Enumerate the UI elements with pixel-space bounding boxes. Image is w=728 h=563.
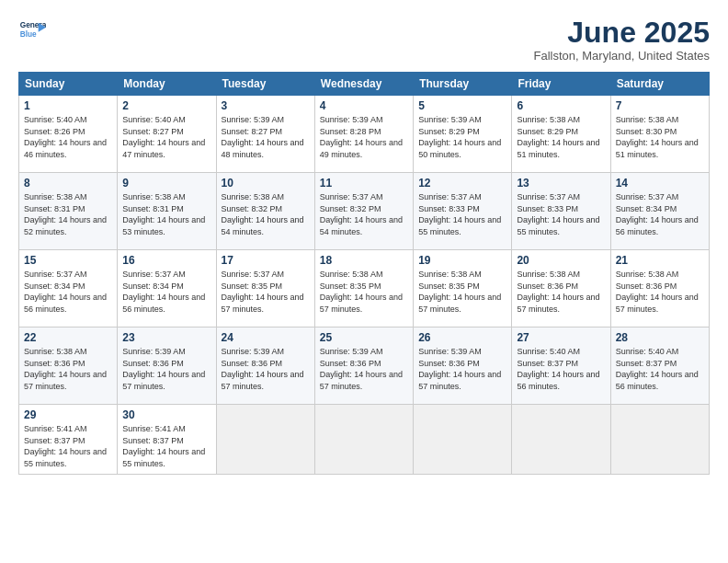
day-number: 21 [616,254,704,267]
day-number: 1 [24,99,112,112]
calendar-header-row: SundayMondayTuesdayWednesdayThursdayFrid… [19,73,710,96]
calendar-cell: 21Sunrise: 5:38 AMSunset: 8:36 PMDayligh… [610,250,709,327]
calendar-cell: 15Sunrise: 5:37 AMSunset: 8:34 PMDayligh… [19,250,118,327]
day-number: 22 [24,331,112,344]
calendar-cell: 23Sunrise: 5:39 AMSunset: 8:36 PMDayligh… [118,327,216,405]
calendar-cell: 8Sunrise: 5:38 AMSunset: 8:31 PMDaylight… [19,173,118,250]
day-info: Sunrise: 5:40 AMSunset: 8:37 PMDaylight:… [517,346,605,392]
day-number: 12 [418,177,506,190]
day-number: 13 [517,177,605,190]
day-info: Sunrise: 5:38 AMSunset: 8:31 PMDaylight:… [122,191,210,237]
calendar-cell: 10Sunrise: 5:38 AMSunset: 8:32 PMDayligh… [216,173,314,250]
calendar-cell: 7Sunrise: 5:38 AMSunset: 8:30 PMDaylight… [610,96,709,173]
calendar-cell: 5Sunrise: 5:39 AMSunset: 8:29 PMDaylight… [414,96,512,173]
calendar-cell: 28Sunrise: 5:40 AMSunset: 8:37 PMDayligh… [610,327,709,405]
calendar-cell: 9Sunrise: 5:38 AMSunset: 8:31 PMDaylight… [118,173,216,250]
day-number: 28 [616,331,704,344]
calendar-cell [610,405,709,474]
day-info: Sunrise: 5:39 AMSunset: 8:36 PMDaylight:… [222,346,310,392]
calendar-week-2: 8Sunrise: 5:38 AMSunset: 8:31 PMDaylight… [19,173,710,250]
day-info: Sunrise: 5:39 AMSunset: 8:28 PMDaylight:… [320,114,408,160]
day-info: Sunrise: 5:41 AMSunset: 8:37 PMDaylight:… [122,423,210,469]
calendar-cell [314,405,413,474]
day-number: 15 [24,254,112,267]
day-info: Sunrise: 5:40 AMSunset: 8:26 PMDaylight:… [24,114,112,160]
day-info: Sunrise: 5:40 AMSunset: 8:37 PMDaylight:… [616,346,704,392]
header: General Blue June 2025 Fallston, Marylan… [18,17,710,63]
calendar-week-5: 29Sunrise: 5:41 AMSunset: 8:37 PMDayligh… [19,405,710,474]
calendar-cell: 13Sunrise: 5:37 AMSunset: 8:33 PMDayligh… [512,173,610,250]
calendar-cell: 25Sunrise: 5:39 AMSunset: 8:36 PMDayligh… [314,327,413,405]
svg-text:Blue: Blue [20,29,37,39]
calendar-cell: 4Sunrise: 5:39 AMSunset: 8:28 PMDaylight… [314,96,413,173]
calendar-cell: 30Sunrise: 5:41 AMSunset: 8:37 PMDayligh… [118,405,216,474]
day-info: Sunrise: 5:38 AMSunset: 8:29 PMDaylight:… [517,114,605,160]
day-info: Sunrise: 5:37 AMSunset: 8:32 PMDaylight:… [320,191,408,237]
day-number: 5 [418,99,506,112]
calendar-header-thursday: Thursday [414,73,512,96]
calendar-header-tuesday: Tuesday [216,73,314,96]
calendar-cell: 14Sunrise: 5:37 AMSunset: 8:34 PMDayligh… [610,173,709,250]
calendar-cell: 26Sunrise: 5:39 AMSunset: 8:36 PMDayligh… [414,327,512,405]
day-number: 27 [517,331,605,344]
day-info: Sunrise: 5:41 AMSunset: 8:37 PMDaylight:… [24,423,112,469]
day-number: 6 [517,99,605,112]
calendar-week-3: 15Sunrise: 5:37 AMSunset: 8:34 PMDayligh… [19,250,710,327]
day-number: 8 [24,177,112,190]
calendar-header-friday: Friday [512,73,610,96]
day-number: 25 [320,331,408,344]
calendar-cell: 16Sunrise: 5:37 AMSunset: 8:34 PMDayligh… [118,250,216,327]
calendar-cell: 27Sunrise: 5:40 AMSunset: 8:37 PMDayligh… [512,327,610,405]
calendar-cell: 20Sunrise: 5:38 AMSunset: 8:36 PMDayligh… [512,250,610,327]
day-info: Sunrise: 5:38 AMSunset: 8:36 PMDaylight:… [616,269,704,315]
day-number: 23 [122,331,210,344]
day-info: Sunrise: 5:38 AMSunset: 8:36 PMDaylight:… [24,346,112,392]
calendar-header-wednesday: Wednesday [314,73,413,96]
calendar-cell: 17Sunrise: 5:37 AMSunset: 8:35 PMDayligh… [216,250,314,327]
calendar-header-saturday: Saturday [610,73,709,96]
day-number: 9 [122,177,210,190]
day-number: 30 [122,408,210,421]
calendar-header-sunday: Sunday [19,73,118,96]
logo: General Blue [18,17,46,44]
day-info: Sunrise: 5:38 AMSunset: 8:32 PMDaylight:… [222,191,310,237]
day-info: Sunrise: 5:39 AMSunset: 8:36 PMDaylight:… [122,346,210,392]
calendar-cell: 6Sunrise: 5:38 AMSunset: 8:29 PMDaylight… [512,96,610,173]
calendar-cell: 12Sunrise: 5:37 AMSunset: 8:33 PMDayligh… [414,173,512,250]
calendar-cell: 19Sunrise: 5:38 AMSunset: 8:35 PMDayligh… [414,250,512,327]
day-info: Sunrise: 5:40 AMSunset: 8:27 PMDaylight:… [122,114,210,160]
day-info: Sunrise: 5:38 AMSunset: 8:31 PMDaylight:… [24,191,112,237]
day-number: 29 [24,408,112,421]
day-info: Sunrise: 5:38 AMSunset: 8:30 PMDaylight:… [616,114,704,160]
day-info: Sunrise: 5:37 AMSunset: 8:34 PMDaylight:… [24,269,112,315]
day-number: 3 [222,99,310,112]
calendar-week-4: 22Sunrise: 5:38 AMSunset: 8:36 PMDayligh… [19,327,710,405]
day-number: 24 [222,331,310,344]
calendar-cell: 22Sunrise: 5:38 AMSunset: 8:36 PMDayligh… [19,327,118,405]
day-number: 18 [320,254,408,267]
day-number: 20 [517,254,605,267]
day-info: Sunrise: 5:37 AMSunset: 8:35 PMDaylight:… [222,269,310,315]
day-info: Sunrise: 5:39 AMSunset: 8:36 PMDaylight:… [320,346,408,392]
calendar-cell: 18Sunrise: 5:38 AMSunset: 8:35 PMDayligh… [314,250,413,327]
day-number: 4 [320,99,408,112]
day-info: Sunrise: 5:37 AMSunset: 8:33 PMDaylight:… [418,191,506,237]
day-number: 10 [222,177,310,190]
day-info: Sunrise: 5:39 AMSunset: 8:27 PMDaylight:… [222,114,310,160]
day-number: 19 [418,254,506,267]
day-number: 7 [616,99,704,112]
calendar-cell: 1Sunrise: 5:40 AMSunset: 8:26 PMDaylight… [19,96,118,173]
day-number: 2 [122,99,210,112]
day-info: Sunrise: 5:39 AMSunset: 8:29 PMDaylight:… [418,114,506,160]
day-number: 14 [616,177,704,190]
day-info: Sunrise: 5:39 AMSunset: 8:36 PMDaylight:… [418,346,506,392]
calendar-cell: 11Sunrise: 5:37 AMSunset: 8:32 PMDayligh… [314,173,413,250]
calendar-cell: 24Sunrise: 5:39 AMSunset: 8:36 PMDayligh… [216,327,314,405]
calendar-week-1: 1Sunrise: 5:40 AMSunset: 8:26 PMDaylight… [19,96,710,173]
subtitle: Fallston, Maryland, United States [534,49,710,63]
day-info: Sunrise: 5:37 AMSunset: 8:33 PMDaylight:… [517,191,605,237]
day-number: 16 [122,254,210,267]
logo-icon: General Blue [18,17,46,44]
main-title: June 2025 [534,17,710,49]
day-info: Sunrise: 5:38 AMSunset: 8:36 PMDaylight:… [517,269,605,315]
